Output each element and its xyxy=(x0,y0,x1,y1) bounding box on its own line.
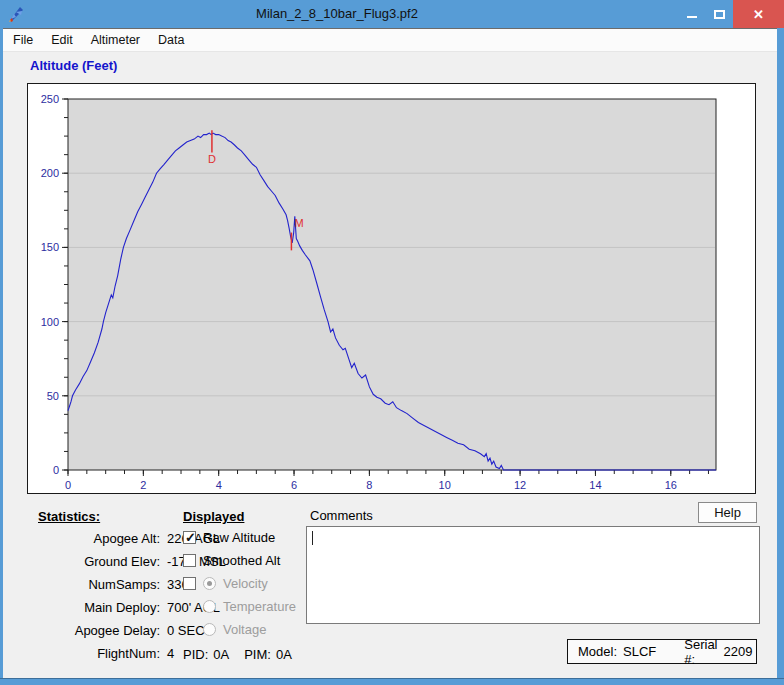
window-border-left xyxy=(0,28,3,678)
temperature-label: Temperature xyxy=(223,599,296,614)
velocity-radio xyxy=(203,577,216,590)
smoothed-alt-label: Smoothed Alt xyxy=(203,553,280,568)
pim-label: PIM: xyxy=(244,647,271,662)
menu-edit[interactable]: Edit xyxy=(42,29,82,51)
window-border-right xyxy=(777,28,784,678)
minimize-button[interactable] xyxy=(679,0,705,28)
displayed-header: Displayed xyxy=(183,509,244,524)
event-label-M: M xyxy=(294,217,303,229)
altitude-chart: 0501001502002500246810121416DM xyxy=(27,83,756,494)
model-value: SLCF xyxy=(623,644,656,659)
x-tick-label: 16 xyxy=(665,479,677,491)
comments-textarea[interactable] xyxy=(306,526,760,624)
raw-altitude-checkbox[interactable] xyxy=(183,531,196,544)
voltage-radio xyxy=(203,623,216,636)
menu-data[interactable]: Data xyxy=(149,29,193,51)
pim-value: 0A xyxy=(276,647,292,662)
close-button[interactable]: ✕ xyxy=(733,0,784,28)
help-button[interactable]: Help xyxy=(698,502,757,523)
voltage-label: Voltage xyxy=(223,622,266,637)
minimize-icon xyxy=(687,16,697,18)
x-tick-label: 12 xyxy=(514,479,526,491)
stat-label: Apogee Alt: xyxy=(0,531,160,546)
menu-bar: File Edit Altimeter Data xyxy=(3,28,777,52)
y-tick-label: 200 xyxy=(41,167,59,179)
x-tick-label: 2 xyxy=(140,479,146,491)
chart-title: Altitude (Feet) xyxy=(30,58,117,73)
x-tick-label: 14 xyxy=(589,479,601,491)
x-tick-label: 8 xyxy=(366,479,372,491)
y-tick-label: 100 xyxy=(41,316,59,328)
menu-altimeter[interactable]: Altimeter xyxy=(82,29,149,51)
x-tick-label: 0 xyxy=(65,479,71,491)
pid-label: PID: xyxy=(183,647,208,662)
close-icon: ✕ xyxy=(753,7,764,22)
temperature-radio xyxy=(203,600,216,613)
window-title: Milan_2_8_10bar_Flug3.pf2 xyxy=(0,0,674,28)
y-tick-label: 250 xyxy=(41,93,59,105)
text-caret xyxy=(312,531,313,545)
titlebar: Milan_2_8_10bar_Flug3.pf2 ✕ xyxy=(0,0,784,28)
smoothed-alt-checkbox[interactable] xyxy=(183,554,196,567)
stat-value: 4 xyxy=(167,646,174,661)
device-info-box: Model: SLCF Serial #: 2209 xyxy=(567,639,757,664)
model-label: Model: xyxy=(578,644,617,659)
stat-label: Main Deploy: xyxy=(0,600,160,615)
aux-channel-checkbox[interactable] xyxy=(183,577,196,590)
statistics-header: Statistics: xyxy=(38,509,100,524)
pid-value: 0A xyxy=(213,647,229,662)
window-controls: ✕ xyxy=(679,0,784,28)
app-window: Milan_2_8_10bar_Flug3.pf2 ✕ File Edit Al… xyxy=(0,0,784,685)
stat-label: NumSamps: xyxy=(0,577,160,592)
y-tick-label: 50 xyxy=(47,390,59,402)
stat-label: Apogee Delay: xyxy=(0,623,160,638)
event-label-D: D xyxy=(208,153,216,165)
velocity-label: Velocity xyxy=(223,576,268,591)
serial-label: Serial #: xyxy=(684,637,717,667)
maximize-icon xyxy=(714,10,725,19)
x-tick-label: 6 xyxy=(291,479,297,491)
x-tick-label: 4 xyxy=(216,479,222,491)
comments-label: Comments xyxy=(310,508,373,523)
plot-area xyxy=(68,99,716,470)
x-tick-label: 10 xyxy=(439,479,451,491)
menu-file[interactable]: File xyxy=(4,29,42,51)
y-tick-label: 0 xyxy=(53,464,59,476)
stat-label: FlightNum: xyxy=(0,646,160,661)
stat-label: Ground Elev: xyxy=(0,554,160,569)
serial-value: 2209 xyxy=(724,644,753,659)
maximize-button[interactable] xyxy=(705,0,733,28)
raw-altitude-label: Raw Altitude xyxy=(203,530,275,545)
pid-pim-row: PID: 0A PIM: 0A xyxy=(183,643,473,666)
y-tick-label: 150 xyxy=(41,241,59,253)
altitude-plot: 0501001502002500246810121416DM xyxy=(28,84,755,493)
window-border-bottom xyxy=(0,678,784,685)
